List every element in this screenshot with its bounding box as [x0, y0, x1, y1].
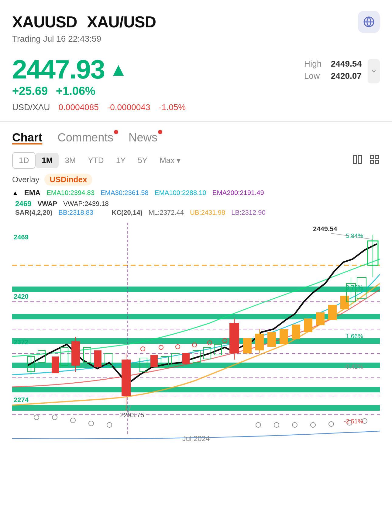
svg-rect-9 — [12, 314, 380, 319]
header-section: XAUUSD XAU/USD Trading Jul 16 22:43:59 — [0, 0, 392, 50]
svg-rect-13 — [12, 405, 380, 411]
usd-xau-row: USD/XAU 0.0004085 -0.0000043 -1.05% — [0, 98, 392, 118]
low-value: 2420.07 — [331, 71, 362, 81]
low-label: Low — [304, 71, 322, 81]
svg-text:2420: 2420 — [14, 293, 29, 300]
svg-rect-52 — [328, 305, 337, 320]
tabs-section: Chart Comments News — [0, 125, 392, 146]
kc-ub-chart: UB:2431.98 — [190, 209, 225, 217]
svg-rect-50 — [304, 318, 312, 332]
tab-chart[interactable]: Chart — [12, 131, 42, 146]
svg-rect-4 — [375, 155, 379, 159]
svg-rect-38 — [182, 353, 190, 364]
tf-1m[interactable]: 1M — [36, 153, 59, 168]
ema-label: EMA — [24, 189, 40, 197]
svg-rect-44 — [243, 338, 252, 353]
ema100-val: EMA100:2288.10 — [155, 189, 206, 197]
svg-rect-53 — [340, 296, 349, 309]
usd-xau-val2: -0.0000043 — [107, 103, 150, 112]
low-row: Low 2420.07 — [304, 71, 362, 81]
price-arrow: ▲ — [109, 59, 127, 80]
scroll-arrow[interactable] — [368, 59, 380, 83]
svg-rect-8 — [12, 287, 380, 292]
price-left: 2447.93 ▲ +25.69 +1.06% — [12, 56, 128, 98]
ema-triangle-icon: ▲ — [12, 190, 18, 196]
tf-5y[interactable]: 5Y — [132, 153, 153, 168]
svg-rect-48 — [280, 329, 288, 344]
svg-text:Jul 2024: Jul 2024 — [182, 434, 210, 442]
overlay-badge[interactable]: USDindex — [44, 174, 93, 186]
sar-label-chart: SAR(4,2,20) — [15, 209, 52, 217]
svg-text:2274: 2274 — [14, 396, 29, 404]
high-low-table: High 2449.54 Low 2420.07 — [304, 59, 362, 81]
svg-rect-1 — [353, 155, 357, 164]
svg-rect-10 — [12, 338, 380, 344]
tab-chart-label: Chart — [12, 131, 42, 144]
high-row: High 2449.54 — [304, 59, 362, 69]
svg-text:2293.75: 2293.75 — [120, 411, 144, 419]
svg-rect-5 — [370, 160, 374, 164]
vwap-label-chart: VWAP — [37, 200, 57, 208]
svg-text:2469: 2469 — [14, 233, 29, 241]
chart-area: 2469 VWAP VWAP:2439.18 SAR(4,2,20) BB:23… — [12, 198, 380, 442]
price-right: High 2449.54 Low 2420.07 — [304, 59, 380, 83]
tf-3m[interactable]: 3M — [59, 153, 82, 168]
globe-button[interactable] — [358, 11, 380, 33]
vwap-value-chart: VWAP:2439.18 — [63, 200, 109, 208]
pair: XAU/USD — [87, 13, 156, 31]
kc-lb-chart: LB:2312.90 — [231, 209, 266, 217]
svg-rect-51 — [316, 312, 325, 325]
svg-rect-25 — [52, 356, 59, 373]
kc-label-chart: KC(20,14) — [112, 209, 142, 217]
tab-comments[interactable]: Comments — [57, 131, 113, 146]
high-value: 2449.54 — [331, 59, 362, 69]
news-dot — [158, 130, 162, 134]
svg-text:-0.42%: -0.42% — [344, 363, 363, 370]
tab-comments-label: Comments — [57, 131, 113, 144]
tab-news-label: News — [129, 131, 157, 144]
ema30-val: EMA30:2361.58 — [101, 189, 149, 197]
symbol: XAUUSD — [12, 13, 77, 31]
svg-text:1.66%: 1.66% — [346, 333, 363, 339]
usd-xau-label: USD/XAU — [12, 103, 50, 112]
chart-level-2469: 2469 — [15, 200, 31, 208]
symbol-pair: XAUUSD XAU/USD — [12, 13, 156, 31]
svg-rect-30 — [94, 350, 101, 367]
svg-rect-2 — [358, 155, 362, 164]
timeframe-section: 1D 1M 3M YTD 1Y 5Y Max ▾ — [0, 146, 392, 172]
svg-rect-47 — [267, 332, 276, 347]
change-abs: +25.69 — [12, 85, 48, 97]
chart-icons — [352, 154, 380, 167]
svg-rect-35 — [150, 355, 158, 367]
ema10-val: EMA10:2394.83 — [46, 189, 95, 197]
svg-text:2372: 2372 — [14, 338, 29, 346]
kc-ml-chart: ML:2372.44 — [149, 209, 184, 217]
grid-icon[interactable] — [369, 154, 380, 167]
current-price: 2447.93 — [12, 56, 105, 83]
usd-xau-val1: 0.0004085 — [58, 103, 98, 112]
trading-time: Trading Jul 16 22:43:59 — [12, 34, 380, 44]
high-label: High — [304, 59, 322, 69]
tf-max[interactable]: Max ▾ — [153, 153, 187, 168]
tf-1y[interactable]: 1Y — [110, 153, 132, 168]
compare-icon[interactable] — [352, 154, 363, 167]
svg-rect-3 — [370, 155, 374, 159]
price-section: 2447.93 ▲ +25.69 +1.06% High 2449.54 Low… — [0, 50, 392, 98]
comments-dot — [114, 130, 118, 134]
svg-text:3.75%: 3.75% — [346, 284, 363, 291]
change-pct: +1.06% — [56, 85, 95, 97]
divider — [0, 121, 392, 122]
main-price: 2447.93 ▲ — [12, 56, 128, 83]
svg-rect-49 — [292, 325, 300, 339]
title-row: XAUUSD XAU/USD — [12, 11, 380, 33]
overlay-label: Overlay — [12, 175, 40, 184]
price-change: +25.69 +1.06% — [12, 85, 128, 98]
svg-rect-6 — [375, 160, 379, 164]
tab-news[interactable]: News — [129, 131, 157, 146]
tf-1d[interactable]: 1D — [12, 152, 36, 169]
tf-ytd[interactable]: YTD — [82, 153, 110, 168]
overlay-row: Overlay USDindex — [0, 172, 392, 187]
ema-row: ▲ EMA EMA10:2394.83 EMA30:2361.58 EMA100… — [0, 187, 392, 198]
sar-bb-chart: BB:2318.83 — [58, 209, 93, 217]
svg-text:2449.54: 2449.54 — [313, 225, 337, 233]
